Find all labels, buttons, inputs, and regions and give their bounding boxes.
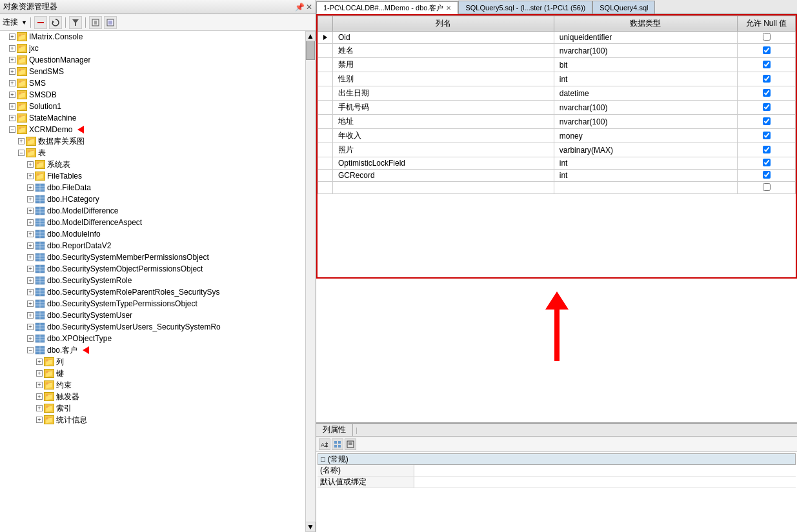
tree-item-questionmanager[interactable]: +📁QuestionManager	[0, 54, 316, 66]
expand-icon[interactable]: +	[36, 417, 43, 423]
col-name-cell[interactable]: 禁用	[333, 58, 554, 72]
table-row[interactable]: 地址nvarchar(100)	[318, 115, 796, 129]
vertical-scrollbar[interactable]: ▲ ▼	[305, 31, 316, 532]
tree-item-customer-indexes[interactable]: +📁索引	[0, 402, 316, 414]
disconnect-button[interactable]	[34, 16, 47, 29]
pin-icon[interactable]: 📌	[295, 3, 305, 12]
tree-item-xcrmdemo[interactable]: −📁XCRMDemo	[0, 124, 316, 135]
close-icon[interactable]: ✕	[306, 3, 312, 12]
table-row[interactable]: 禁用bit	[318, 58, 796, 72]
tree-item-statemachine[interactable]: +📁StateMachine	[0, 112, 316, 124]
col-nullable-cell[interactable]	[738, 72, 796, 86]
tree-item-t-moduleinfo[interactable]: +dbo.ModuleInfo	[0, 228, 316, 240]
expand-icon[interactable]: +	[36, 359, 43, 365]
expand-icon[interactable]: +	[18, 138, 25, 144]
expand-icon[interactable]: +	[27, 312, 34, 319]
table-row[interactable]: OptimisticLockFieldint	[318, 157, 796, 170]
table-row[interactable]: GCRecordint	[318, 170, 796, 182]
expand-icon[interactable]: +	[36, 382, 43, 388]
expand-icon[interactable]: +	[27, 184, 34, 191]
tree-item-customer-constraints[interactable]: +📁约束	[0, 379, 316, 391]
tree-item-db-diagram[interactable]: +📁数据库关系图	[0, 135, 316, 147]
col-nullable-cell[interactable]	[738, 86, 796, 101]
expand-icon[interactable]: +	[27, 266, 34, 272]
col-type-cell[interactable]: nvarchar(100)	[554, 101, 737, 115]
col-type-cell[interactable]: int	[554, 72, 737, 86]
expand-icon[interactable]: +	[36, 393, 43, 400]
collapse-icon[interactable]: −	[18, 150, 25, 156]
tree-item-t-sstpo[interactable]: +dbo.SecuritySystemTypePermissionsObject	[0, 298, 316, 310]
expand-icon[interactable]: +	[9, 45, 15, 52]
col-name-cell[interactable]: 姓名	[333, 44, 554, 58]
expand-icon[interactable]: +	[27, 254, 34, 261]
expand-icon[interactable]: +	[27, 208, 34, 214]
expand-icon[interactable]: +	[27, 289, 34, 295]
col-type-cell[interactable]	[554, 182, 737, 194]
col-type-cell[interactable]: money	[554, 129, 737, 143]
new-query-button[interactable]	[89, 16, 102, 29]
tree-item-t-modeldifference[interactable]: +dbo.ModelDifference	[0, 205, 316, 217]
col-name-cell[interactable]: GCRecord	[333, 170, 554, 182]
scroll-down-button[interactable]: ▼	[305, 522, 316, 532]
tree-item-imatrix[interactable]: +📁IMatrix.Console	[0, 31, 316, 43]
tree-item-filetables[interactable]: +📁FileTables	[0, 170, 316, 182]
col-nullable-cell[interactable]	[738, 157, 796, 170]
tree-item-solution1[interactable]: +📁Solution1	[0, 101, 316, 112]
tree-item-sys-tables[interactable]: +📁系统表	[0, 159, 316, 170]
collapse-icon[interactable]: −	[27, 347, 34, 353]
tree-item-t-hcategory[interactable]: +dbo.HCategory	[0, 193, 316, 205]
tree-item-customer-keys[interactable]: +📁键	[0, 368, 316, 379]
tree-item-t-reportdatav2[interactable]: +dbo.ReportDataV2	[0, 240, 316, 251]
table-row[interactable]: 性别int	[318, 72, 796, 86]
col-name-cell[interactable]: OptimisticLockField	[333, 157, 554, 170]
col-type-cell[interactable]: nvarchar(100)	[554, 115, 737, 129]
reports-button[interactable]	[104, 16, 117, 29]
expand-icon[interactable]: +	[9, 57, 15, 63]
expand-icon[interactable]: +	[36, 405, 43, 411]
collapse-icon[interactable]: −	[9, 126, 15, 133]
table-row[interactable]	[318, 182, 796, 194]
col-nullable-cell[interactable]	[738, 182, 796, 194]
expand-icon[interactable]: +	[36, 370, 43, 377]
props-pages-button[interactable]	[345, 438, 356, 450]
col-nullable-cell[interactable]	[738, 170, 796, 182]
expand-icon[interactable]: +	[27, 196, 34, 202]
tree-item-t-ssmpo[interactable]: +dbo.SecuritySystemMemberPermissionsObje…	[0, 251, 316, 263]
tree-item-t-xpobjecttype[interactable]: +dbo.XPObjectType	[0, 333, 316, 344]
tree-item-t-ssopo[interactable]: +dbo.SecuritySystemObjectPermissionsObje…	[0, 263, 316, 275]
col-name-cell[interactable]: 出生日期	[333, 86, 554, 101]
expand-icon[interactable]: +	[9, 68, 15, 75]
tree-item-t-ssuser[interactable]: +dbo.SecuritySystemUser	[0, 310, 316, 321]
props-val-default[interactable]	[414, 477, 796, 488]
tree-item-t-ssrole[interactable]: +dbo.SecuritySystemRole	[0, 275, 316, 286]
expand-icon[interactable]: +	[27, 277, 34, 284]
props-tab-columns[interactable]: 列属性	[316, 423, 353, 437]
expand-icon[interactable]: +	[27, 242, 34, 249]
col-name-cell[interactable]: 年收入	[333, 129, 554, 143]
col-nullable-cell[interactable]	[738, 58, 796, 72]
col-name-cell[interactable]: 手机号码	[333, 101, 554, 115]
tree-item-smsdb[interactable]: +📁SMSDB	[0, 89, 316, 101]
col-type-cell[interactable]: uniqueidentifier	[554, 32, 737, 44]
col-type-cell[interactable]: int	[554, 157, 737, 170]
col-nullable-cell[interactable]	[738, 44, 796, 58]
col-nullable-cell[interactable]	[738, 129, 796, 143]
props-val-name[interactable]	[414, 465, 796, 476]
table-row[interactable]: 手机号码nvarchar(100)	[318, 101, 796, 115]
table-row[interactable]: 照片varbinary(MAX)	[318, 143, 796, 157]
tree-item-t-modeldifferenceaspect[interactable]: +dbo.ModelDifferenceAspect	[0, 217, 316, 228]
tree-item-customer-cols[interactable]: +📁列	[0, 356, 316, 368]
expand-icon[interactable]: +	[9, 115, 15, 121]
expand-icon[interactable]: +	[27, 173, 34, 179]
expand-icon[interactable]: +	[27, 335, 34, 342]
filter-button[interactable]	[69, 16, 82, 29]
table-row[interactable]: 年收入money	[318, 129, 796, 143]
tree-item-customer-triggers[interactable]: +📁触发器	[0, 391, 316, 402]
col-name-cell[interactable]: Oid	[333, 32, 554, 44]
expand-icon[interactable]: +	[27, 324, 34, 330]
tree-item-t-ssrprs[interactable]: +dbo.SecuritySystemRoleParentRoles_Secur…	[0, 286, 316, 298]
refresh-button[interactable]	[49, 16, 62, 29]
col-type-cell[interactable]: bit	[554, 58, 737, 72]
col-name-cell[interactable]: 性别	[333, 72, 554, 86]
table-row[interactable]: 姓名nvarchar(100)	[318, 44, 796, 58]
